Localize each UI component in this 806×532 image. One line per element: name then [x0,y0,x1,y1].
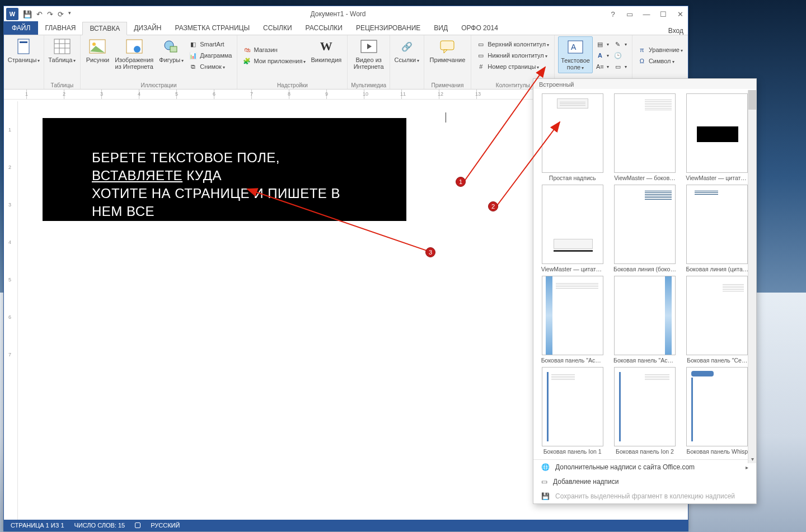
gallery-item[interactable]: Боковая линия (цита… [683,185,752,272]
tab-page-layout[interactable]: РАЗМЕТКА СТРАНИЦЫ [168,21,257,35]
gallery-item[interactable]: ViewMaster — боков… [610,93,679,181]
svg-rect-12 [170,46,177,52]
minimize-button[interactable]: — [639,8,654,20]
gallery-caption: Простая надпись [549,175,596,181]
gallery-draw-textbox[interactable]: ▭ Добавление надписи [533,474,756,489]
wikipedia-button[interactable]: W Википедия [308,36,344,64]
help-button[interactable]: ? [605,8,621,20]
document-page[interactable]: БЕРЕТЕ ТЕКСТОВОЕ ПОЛЕ, ВСТАВЛЯЕТЕ КУДА Х… [18,101,527,520]
gallery-item[interactable]: ViewMaster — цитата… [683,93,752,181]
gallery-item[interactable]: Боковая панель Ion 1 [538,367,607,455]
tab-orfo[interactable]: ОРФО 2014 [454,21,505,35]
gallery-thumb[interactable] [542,276,603,355]
status-wordcount[interactable]: ЧИСЛО СЛОВ: 15 [74,522,125,529]
footer-button[interactable]: ▭Нижний колонтитул [475,50,551,60]
my-addins-button[interactable]: 🧩Мои приложения [241,56,307,66]
gallery-item[interactable]: Боковая панель "Асп… [538,276,607,364]
gallery-thumb[interactable] [542,93,603,173]
gallery-thumb[interactable] [614,185,676,264]
ribbon-display-options[interactable]: ▭ [622,8,638,20]
gallery-item[interactable]: Боковая панель "Се… [683,276,752,364]
textbox-gallery-dropdown: Встроенный Простая надписьViewMaster — б… [533,78,757,504]
gallery-item[interactable]: Боковая панель "Асп… [610,276,679,364]
close-button[interactable]: ✕ [672,8,688,20]
gallery-thumb[interactable] [686,276,748,355]
object-icon: ▭ [613,62,622,71]
gallery-thumb[interactable] [614,367,676,446]
pictures-button[interactable]: Рисунки [84,36,112,64]
gallery-item[interactable]: Боковая панель Ion 2 [610,367,679,455]
status-macro-icon[interactable] [135,522,140,528]
store-button[interactable]: 🛍Магазин [241,45,307,55]
table-button[interactable]: Таблица [46,36,78,65]
screenshot-button[interactable]: ⧉Снимок [187,62,233,72]
chart-button[interactable]: 📊Диаграмма [187,50,233,60]
gallery-thumb[interactable] [686,93,748,173]
online-pictures-icon [125,37,143,55]
header-icon: ▭ [476,40,485,49]
wordart-button[interactable]: A▾ [594,50,611,60]
datetime-icon: 🕒 [613,51,622,60]
date-time-button[interactable]: 🕒 [612,50,629,60]
tab-file[interactable]: ФАЙЛ [4,21,38,35]
online-pictures-button[interactable]: Изображения из Интернета [113,36,156,71]
tab-mailings[interactable]: РАССЫЛКИ [299,21,349,35]
shapes-button[interactable]: Фигуры [157,36,186,65]
gallery-caption: Боковая панель Ion 2 [616,448,674,455]
gallery-more-office[interactable]: 🌐 Дополнительные надписи с сайта Office.… [533,460,756,474]
svg-marker-16 [444,50,447,53]
tab-view[interactable]: ВИД [427,21,454,35]
links-button[interactable]: 🔗 Ссылки [392,36,421,65]
equation-button[interactable]: πУравнение [636,45,685,55]
gallery-item[interactable]: Боковая панель Whisp [683,367,752,455]
qat-redo-icon[interactable]: ↷ [47,10,53,18]
quick-parts-button[interactable]: ▤▾ [594,39,611,49]
gallery-caption: Боковая линия (цита… [686,266,748,272]
titlebar: W 💾 ↶ ↷ ⟳ ▾ Документ1 - Word ? ▭ — ☐ ✕ [4,6,688,22]
signature-icon: ✎ [613,40,622,49]
svg-text:A: A [571,43,577,51]
maximize-button[interactable]: ☐ [655,8,671,20]
equation-icon: π [638,45,646,54]
links-icon: 🔗 [398,37,416,55]
header-button[interactable]: ▭Верхний колонтитул [475,39,551,49]
signature-line-button[interactable]: ✎▾ [612,39,629,49]
vertical-ruler[interactable]: 12 34 56 7 [4,101,18,520]
sign-in-link[interactable]: Вход [668,27,683,35]
symbol-icon: Ω [638,57,646,65]
svg-rect-1 [20,41,27,43]
gallery-item[interactable]: Простая надпись [538,93,607,181]
status-page[interactable]: СТРАНИЦА 1 ИЗ 1 [11,522,64,529]
addins-icon: 🧩 [242,57,251,65]
gallery-scrollbar[interactable]: ▾ [748,90,756,463]
dropcap-button[interactable]: A≡▾ [594,62,611,72]
online-video-button[interactable]: Видео из Интернета [352,36,386,71]
text-box-content[interactable]: БЕРЕТЕ ТЕКСТОВОЕ ПОЛЕ, ВСТАВЛЯЕТЕ КУДА Х… [43,118,406,221]
comment-button[interactable]: Примечание [428,36,468,64]
gallery-thumb[interactable] [614,276,676,355]
tab-references[interactable]: ССЫЛКИ [256,21,298,35]
tab-home[interactable]: ГЛАВНАЯ [38,21,82,35]
symbol-button[interactable]: ΩСимвол [636,56,685,66]
tab-insert[interactable]: ВСТАВКА [82,22,127,35]
object-button[interactable]: ▭▾ [612,62,629,72]
qat-save-icon[interactable]: 💾 [23,10,32,18]
page-number-button[interactable]: #Номер страницы [475,62,551,72]
gallery-thumb[interactable] [614,93,676,173]
qat-refresh-icon[interactable]: ⟳ [58,10,64,18]
tab-review[interactable]: РЕЦЕНЗИРОВАНИЕ [349,21,427,35]
textbox-button[interactable]: A Текстовое поле [558,36,593,73]
smartart-button[interactable]: ◧SmartArt [187,39,233,49]
pages-button[interactable]: Страницы [6,36,43,65]
qat-undo-icon[interactable]: ↶ [36,10,43,18]
gallery-caption: Боковая панель "Асп… [613,357,676,364]
gallery-thumb[interactable] [686,185,748,264]
status-language[interactable]: РУССКИЙ [151,522,180,529]
tab-design[interactable]: ДИЗАЙН [127,21,168,35]
gallery-item[interactable]: ViewMaster — цитата… [538,185,607,272]
gallery-thumb[interactable] [686,367,748,446]
gallery-item[interactable]: Боковая линия (боко… [610,185,679,272]
gallery-thumb[interactable] [542,185,603,264]
smartart-icon: ◧ [189,40,198,49]
gallery-thumb[interactable] [542,367,603,446]
